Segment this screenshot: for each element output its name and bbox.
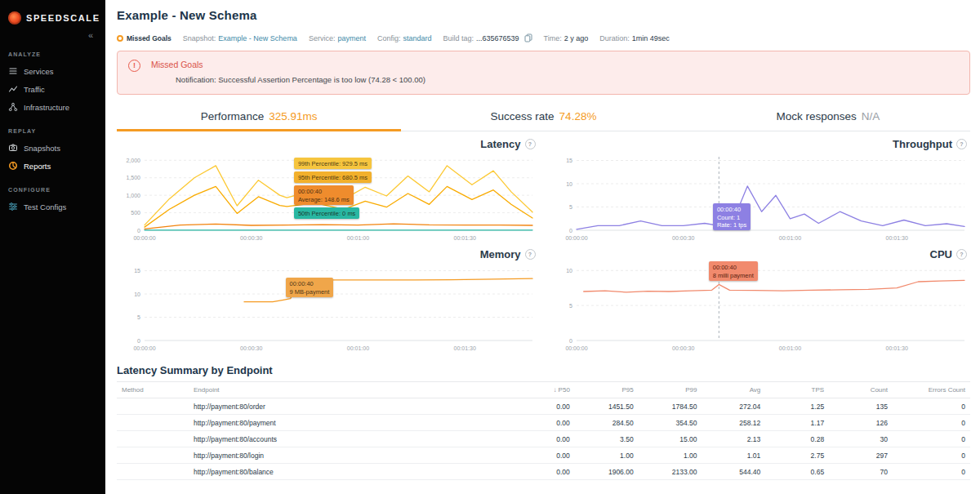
alert-message: Notification: Successful Assertion Perce… [176, 75, 958, 84]
svg-text:0: 0 [137, 338, 140, 344]
svg-text:00:01:30: 00:01:30 [454, 235, 476, 241]
svg-text:0: 0 [137, 228, 140, 234]
test-configs-icon [8, 202, 18, 211]
svg-text:00:00:30: 00:00:30 [240, 235, 262, 241]
latency-summary-table: MethodEndpoint↓P50P95P99AvgTPSCountError… [117, 381, 970, 480]
cell-errors: 0 [893, 447, 970, 464]
sidebar-section-analyze: ANALYZE [0, 39, 105, 62]
cell-avg: 2.13 [702, 431, 765, 447]
services-icon [8, 66, 18, 76]
column-header-method[interactable]: Method [117, 382, 189, 398]
tab-success-rate[interactable]: Success rate 74.28% [401, 103, 685, 131]
sidebar-item-label: Services [24, 67, 53, 76]
cell-p99: 1.00 [639, 447, 702, 464]
svg-text:00:01:00: 00:01:00 [778, 235, 800, 241]
column-header-tps[interactable]: TPS [765, 382, 829, 398]
cell-count: 70 [829, 464, 893, 480]
latency-plot[interactable]: 05001,0001,5002,00000:00:0000:00:3000:01… [117, 152, 539, 243]
cpu-plot[interactable]: 051000:00:0000:00:3000:01:0000:01:30 [549, 262, 971, 354]
cell-avg: 544.40 [702, 464, 765, 480]
status-dot-icon [117, 35, 123, 42]
svg-text:00:00:00: 00:00:00 [565, 345, 587, 351]
help-icon[interactable]: ? [525, 139, 536, 149]
svg-text:00:00:00: 00:00:00 [133, 235, 155, 241]
cell-count: 30 [829, 431, 893, 447]
sidebar-item-snapshots[interactable]: Snapshots [0, 139, 105, 157]
copy-build-tag-button[interactable] [524, 33, 532, 42]
main-content: Example - New Schema Missed Goals Snapsh… [105, 0, 980, 480]
table-row[interactable]: http://payment:80/login0.001.001.001.012… [117, 447, 970, 464]
svg-text:15: 15 [134, 268, 140, 274]
svg-text:1,000: 1,000 [126, 193, 140, 198]
cell-tps: 0.65 [765, 464, 829, 480]
meta-service: Service: payment [309, 34, 366, 42]
infrastructure-icon [8, 102, 18, 112]
cell-avg: 1.01 [702, 447, 765, 464]
brand: SPEEDSCALE [0, 0, 105, 24]
column-header-count[interactable]: Count [829, 382, 893, 398]
cell-p50: 0.00 [511, 447, 575, 464]
cell-method [117, 464, 189, 480]
chart-cpu: CPU ? 051000:00:0000:00:3000:01:0000:01:… [549, 243, 971, 354]
svg-text:1,500: 1,500 [126, 175, 140, 180]
sidebar-collapse-button[interactable]: « [0, 24, 105, 39]
service-link[interactable]: payment [337, 34, 366, 42]
sidebar-item-reports[interactable]: Reports [0, 157, 105, 175]
table-row[interactable]: http://payment:80/order0.001451.501784.5… [117, 398, 970, 415]
svg-text:5: 5 [569, 204, 572, 210]
table-row[interactable]: http://payment:80/accounts0.003.5015.002… [117, 431, 970, 447]
cell-p99: 2133.00 [639, 464, 702, 480]
sidebar-item-label: Traffic [24, 85, 45, 94]
snapshot-link[interactable]: Example - New Schema [218, 34, 297, 42]
column-header-p99[interactable]: P99 [639, 382, 702, 398]
cell-p50: 0.00 [511, 431, 575, 447]
svg-text:00:01:00: 00:01:00 [347, 345, 369, 351]
memory-plot[interactable]: 05101500:00:0000:00:3000:01:0000:01:30 [117, 262, 539, 354]
sidebar-item-label: Snapshots [24, 144, 60, 153]
column-header-endpoint[interactable]: Endpoint [189, 382, 511, 398]
column-header-errors-count[interactable]: Errors Count [893, 382, 970, 398]
sidebar-item-services[interactable]: Services [0, 62, 105, 80]
chart-latency-title: Latency [480, 138, 520, 150]
column-header-p95[interactable]: P95 [575, 382, 639, 398]
chart-throughput: Throughput ? 05101500:00:0000:00:3000:01… [549, 133, 971, 243]
chart-memory: Memory ? 05101500:00:0000:00:3000:01:000… [117, 243, 539, 354]
svg-text:00:01:30: 00:01:30 [454, 345, 476, 351]
help-icon[interactable]: ? [956, 139, 967, 149]
svg-text:00:00:30: 00:00:30 [240, 345, 262, 351]
sort-descending-icon: ↓ [554, 386, 557, 394]
svg-text:00:00:00: 00:00:00 [133, 345, 155, 351]
config-link[interactable]: standard [403, 34, 431, 42]
help-icon[interactable]: ? [525, 249, 536, 260]
svg-text:10: 10 [566, 181, 572, 187]
tab-success-rate-value: 74.28% [559, 110, 597, 122]
column-header-avg[interactable]: Avg [702, 382, 765, 398]
sidebar-item-infrastructure[interactable]: Infrastructure [0, 98, 105, 116]
page-title: Example - New Schema [117, 0, 970, 22]
meta-config: Config: standard [377, 34, 432, 42]
sidebar-section-replay: REPLAY [0, 116, 105, 139]
table-row[interactable]: http://payment:80/payment0.00284.50354.5… [117, 415, 970, 431]
cell-tps: 2.75 [765, 447, 829, 464]
cell-count: 135 [829, 398, 893, 415]
sidebar-item-label: Reports [24, 162, 51, 171]
missed-goals-alert: ! Missed Goals Notification: Successful … [117, 51, 970, 95]
column-header-p50[interactable]: ↓P50 [511, 382, 575, 398]
cell-endpoint: http://payment:80/payment [189, 415, 511, 431]
cell-p50: 0.00 [511, 398, 575, 415]
tab-mock-responses[interactable]: Mock responses N/A [686, 103, 970, 131]
table-row[interactable]: http://payment:80/balance0.001906.002133… [117, 464, 970, 480]
meta-build-tag: Build tag: ...635676539 [443, 33, 532, 42]
status-badge: Missed Goals [117, 34, 172, 42]
help-icon[interactable]: ? [956, 249, 967, 260]
cell-method [117, 431, 189, 447]
svg-text:00:01:00: 00:01:00 [347, 235, 369, 241]
cell-errors: 0 [893, 464, 970, 480]
sidebar-item-label: Test Configs [24, 202, 66, 211]
throughput-plot[interactable]: 05101500:00:0000:00:3000:01:0000:01:30 [549, 152, 971, 243]
status-badge-label: Missed Goals [127, 34, 172, 42]
tab-performance[interactable]: Performance 325.91ms [117, 103, 401, 131]
sidebar-item-traffic[interactable]: Traffic [0, 80, 105, 98]
sidebar-item-test-configs[interactable]: Test Configs [0, 198, 105, 216]
charts-grid: Latency ? 05001,0001,5002,00000:00:0000:… [117, 133, 970, 354]
